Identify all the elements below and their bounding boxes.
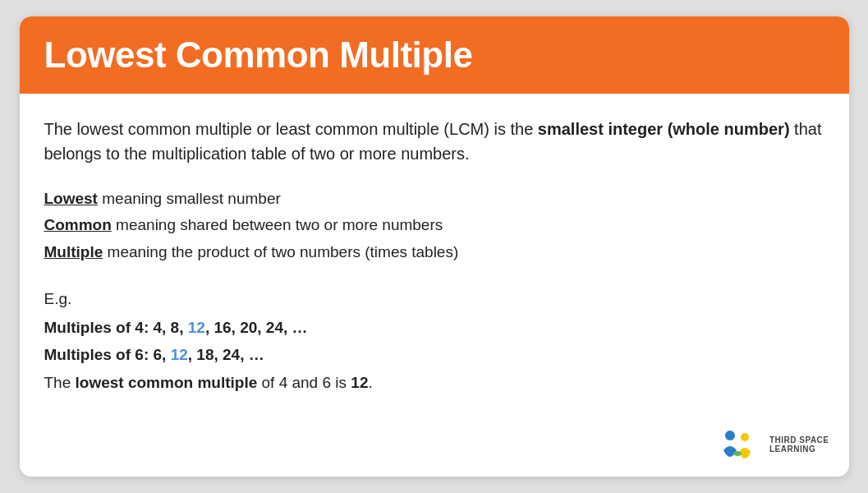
intro-paragraph: The lowest common multiple or least comm… bbox=[44, 117, 824, 166]
conclusion-start: The bbox=[44, 374, 76, 391]
main-content: The lowest common multiple or least comm… bbox=[20, 94, 849, 477]
multiples-6-start: Multiples of 6: 6, bbox=[44, 346, 171, 363]
def-multiple-text: meaning the product of two numbers (time… bbox=[103, 243, 458, 260]
logo-text: THIRD SPACE LEARNING bbox=[769, 435, 829, 454]
multiples-6-highlight: 12 bbox=[171, 346, 188, 363]
multiples-4-rest: , 16, 20, 24, … bbox=[205, 319, 308, 336]
multiples-6-line: Multiples of 6: 6, 12, 18, 24, … bbox=[44, 341, 824, 368]
term-lowest: Lowest bbox=[44, 190, 98, 207]
tsl-logo-icon bbox=[720, 427, 763, 462]
definitions-section: Lowest meaning smallest number Common me… bbox=[44, 186, 824, 265]
conclusion-bold2: 12 bbox=[351, 374, 368, 391]
examples-section: E.g. Multiples of 4: 4, 8, 12, 16, 20, 2… bbox=[44, 285, 824, 396]
term-multiple: Multiple bbox=[44, 243, 103, 260]
multiples-4-highlight: 12 bbox=[188, 319, 205, 336]
svg-point-2 bbox=[733, 451, 742, 456]
eg-label: E.g. bbox=[44, 285, 824, 312]
logo-line2: LEARNING bbox=[769, 445, 815, 454]
intro-text-start: The lowest common multiple or least comm… bbox=[44, 120, 538, 138]
multiples-4-line: Multiples of 4: 4, 8, 12, 16, 20, 24, … bbox=[44, 314, 824, 341]
definition-common: Common meaning shared between two or mor… bbox=[44, 212, 824, 238]
conclusion-end: . bbox=[368, 374, 372, 391]
svg-point-0 bbox=[725, 431, 735, 440]
conclusion-mid: of 4 and 6 is bbox=[257, 374, 351, 391]
conclusion-line: The lowest common multiple of 4 and 6 is… bbox=[44, 369, 824, 396]
header: Lowest Common Multiple bbox=[20, 16, 849, 94]
multiples-4-start: Multiples of 4: 4, 8, bbox=[44, 319, 188, 336]
definition-lowest: Lowest meaning smallest number bbox=[44, 186, 824, 212]
def-lowest-text: meaning smallest number bbox=[98, 190, 281, 207]
card: Lowest Common Multiple The lowest common… bbox=[20, 16, 849, 477]
intro-bold: smallest integer (whole number) bbox=[538, 120, 790, 138]
multiples-6-rest: , 18, 24, … bbox=[188, 346, 264, 363]
definition-multiple: Multiple meaning the product of two numb… bbox=[44, 239, 824, 265]
term-common: Common bbox=[44, 216, 112, 233]
svg-point-1 bbox=[741, 433, 749, 441]
def-common-text: meaning shared between two or more numbe… bbox=[112, 216, 443, 233]
logo-line1: THIRD SPACE bbox=[769, 435, 829, 445]
conclusion-bold: lowest common multiple bbox=[76, 374, 258, 391]
logo-area: THIRD SPACE LEARNING bbox=[720, 427, 829, 462]
page-title: Lowest Common Multiple bbox=[44, 35, 824, 76]
